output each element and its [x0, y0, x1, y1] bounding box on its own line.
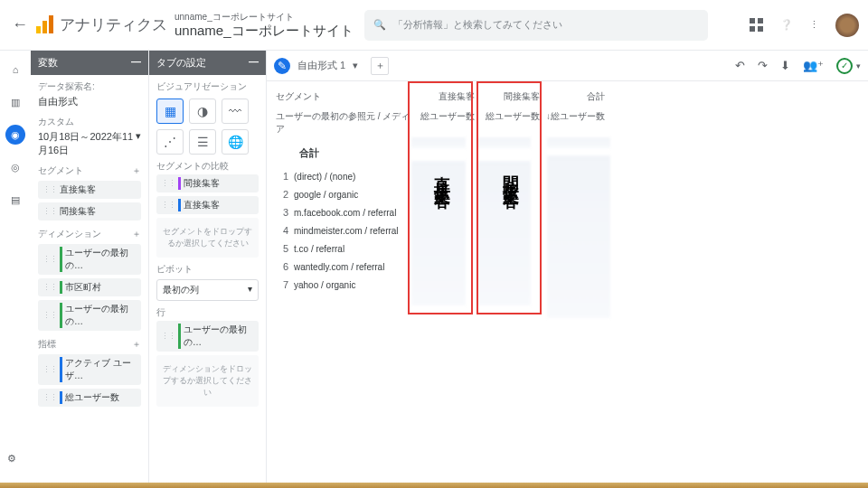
tab-badge-icon: ✎	[274, 58, 290, 74]
dimension-chip[interactable]: ⋮⋮ユーザーの最初の…	[38, 300, 141, 331]
share-icon[interactable]: 👥⁺	[803, 59, 824, 72]
viz-bar-button[interactable]: ☰	[189, 129, 216, 155]
dimension-chip[interactable]: ⋮⋮市区町村	[38, 278, 141, 296]
metric-chip[interactable]: ⋮⋮総ユーザー数	[38, 389, 141, 407]
chevron-down-icon: ▾	[856, 61, 861, 70]
avatar[interactable]	[835, 14, 859, 37]
add-dimension-icon[interactable]: ＋	[132, 228, 141, 240]
viz-geo-button[interactable]: 🌐	[222, 129, 249, 155]
analytics-logo-icon	[36, 15, 54, 35]
breadcrumb[interactable]: unname_コーポレートサイト unname_コーポレートサイト	[175, 12, 354, 39]
viz-scatter-button[interactable]: ⋰	[156, 129, 184, 155]
dimension-dropzone[interactable]: ディメンションをドロップするか選択してください	[156, 355, 259, 407]
viz-donut-button[interactable]: ◑	[189, 99, 216, 124]
table-row[interactable]: google / organic	[294, 190, 358, 200]
table-row[interactable]: t.co / referral	[294, 244, 344, 254]
add-metric-icon[interactable]: ＋	[132, 338, 141, 351]
segment-chip[interactable]: ⋮⋮直接集客	[38, 181, 141, 199]
exploration-canvas: ✎ 自由形式 1 ▾ ＋ ↶ ↷ ⬇ 👥⁺ ✓ ▾ セグメント 直接集客 間接集…	[266, 51, 868, 483]
tab-name[interactable]: 自由形式 1	[297, 59, 345, 72]
reports-icon[interactable]: ▥	[5, 92, 25, 112]
table-row[interactable]: m.facebook.com / referral	[294, 208, 396, 218]
chevron-down-icon: ▾	[248, 284, 252, 296]
advertising-icon[interactable]: ◎	[5, 157, 25, 177]
footer-accent	[0, 483, 868, 488]
add-tab-button[interactable]: ＋	[371, 57, 389, 75]
collapse-icon[interactable]: —	[249, 56, 259, 70]
svg-rect-0	[36, 26, 41, 33]
viz-line-button[interactable]: 〰	[222, 99, 249, 124]
svg-rect-2	[49, 15, 53, 33]
chevron-down-icon[interactable]: ▾	[353, 60, 358, 71]
home-icon[interactable]: ⌂	[5, 60, 25, 80]
segment-chip[interactable]: ⋮⋮間接集客	[38, 202, 141, 221]
menu-icon[interactable]: ⋮	[809, 19, 819, 31]
table-row[interactable]: wantedly.com / referral	[294, 262, 384, 272]
add-segment-icon[interactable]: ＋	[132, 164, 141, 177]
undo-icon[interactable]: ↶	[735, 59, 745, 72]
explore-icon[interactable]: ◉	[5, 125, 25, 145]
segment-dropzone[interactable]: セグメントをドロップするか選択してください	[156, 218, 259, 258]
left-nav-rail: ⌂ ▥ ◉ ◎ ▤	[0, 51, 31, 483]
table-row[interactable]: mindmeister.com / referral	[294, 226, 399, 236]
annotation-indirect: 間接集客	[500, 163, 522, 184]
search-icon: 🔍	[373, 19, 386, 31]
compare-chip[interactable]: ⋮⋮間接集客	[156, 174, 259, 192]
compare-chip[interactable]: ⋮⋮直接集客	[156, 196, 259, 214]
back-arrow-icon[interactable]: ←	[9, 15, 31, 34]
configure-icon[interactable]: ▤	[5, 190, 25, 210]
date-range-selector[interactable]: 10月18日～2022年11月16日	[38, 130, 136, 157]
highlight-box-indirect	[476, 81, 542, 314]
table-row[interactable]: (direct) / (none)	[294, 172, 355, 182]
tab-settings-panel: タブの設定— ビジュアリゼーション ▦ ◑ 〰 ⋰ ☰ 🌐 セグメントの比較 ⋮…	[148, 51, 266, 483]
download-icon[interactable]: ⬇	[780, 59, 790, 72]
apps-icon[interactable]	[750, 18, 764, 33]
chevron-down-icon: ▾	[136, 130, 141, 157]
variables-panel: 変数— データ探索名: 自由形式 カスタム 10月18日～2022年11月16日…	[31, 51, 148, 483]
table-row[interactable]: yahoo / organic	[294, 280, 355, 290]
redo-icon[interactable]: ↷	[758, 59, 768, 72]
highlight-box-direct	[408, 81, 473, 314]
app-title: アナリティクス	[60, 14, 167, 35]
admin-gear-icon[interactable]: ⚙	[7, 453, 16, 465]
collapse-icon[interactable]: —	[131, 56, 141, 70]
pivot-select[interactable]: 最初の列▾	[156, 279, 259, 301]
help-icon[interactable]: ❔	[780, 19, 793, 31]
annotation-direct: 直接集客	[431, 163, 453, 184]
viz-table-button[interactable]: ▦	[156, 99, 184, 124]
svg-rect-1	[42, 21, 47, 33]
metric-chip[interactable]: ⋮⋮アクティブ ユーザ…	[38, 354, 141, 385]
topbar: ← アナリティクス unname_コーポレートサイト unname_コーポレート…	[0, 0, 868, 51]
search-input[interactable]: 🔍 「分析情報」と検索してみてください	[364, 10, 708, 41]
status-ok-icon[interactable]: ✓	[836, 58, 853, 74]
dimension-chip[interactable]: ⋮⋮ユーザーの最初の…	[38, 244, 141, 275]
row-dimension-chip[interactable]: ⋮⋮ユーザーの最初の…	[156, 321, 259, 352]
